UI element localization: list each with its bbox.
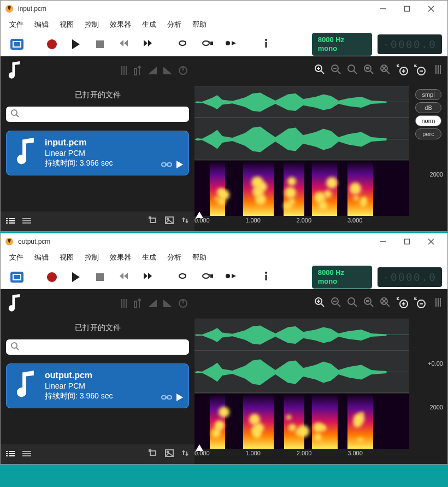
selection-tool-button[interactable]: [6, 268, 28, 286]
export-button[interactable]: [149, 216, 157, 226]
time-tick: 3.000: [347, 217, 363, 224]
range-select-icon[interactable]: [133, 65, 142, 78]
info-button[interactable]: [255, 268, 277, 286]
screenshot-button[interactable]: [165, 216, 174, 226]
time-tick: 1.000: [245, 450, 261, 456]
svg-point-63: [265, 272, 267, 274]
loop-button[interactable]: [172, 36, 194, 53]
scale-pill-norm[interactable]: norm: [415, 115, 441, 126]
scale-pill-perc[interactable]: perc: [415, 128, 441, 139]
menu-item[interactable]: 文件: [4, 250, 29, 265]
menu-item[interactable]: 控制: [79, 250, 104, 265]
info-button[interactable]: [255, 36, 277, 53]
titlebar[interactable]: output.pcm: [1, 233, 447, 250]
link-icon[interactable]: [161, 161, 172, 171]
menu-item[interactable]: 控制: [79, 17, 104, 32]
list-view-button[interactable]: [6, 449, 15, 459]
stop-button[interactable]: [89, 36, 111, 53]
selection-tool-button[interactable]: [6, 36, 28, 53]
knob-icon[interactable]: [178, 66, 188, 78]
link-icon[interactable]: [161, 394, 172, 403]
card-play-button[interactable]: [176, 161, 183, 171]
menu-item[interactable]: 编辑: [29, 250, 54, 265]
menu-item[interactable]: 分析: [162, 250, 187, 265]
forward-icon: [143, 39, 154, 50]
minimize-button[interactable]: [371, 234, 395, 249]
menu-item[interactable]: 生成: [137, 250, 162, 265]
compact-view-button[interactable]: [22, 449, 31, 459]
stop-icon: [96, 273, 104, 281]
minimize-button[interactable]: [371, 1, 395, 16]
record-button[interactable]: [41, 36, 63, 53]
compact-view-button[interactable]: [22, 216, 31, 226]
time-counter: -0000.0: [378, 34, 442, 54]
fast-forward-button[interactable]: [137, 36, 159, 53]
sample-rate-display: 8000 Hz mono: [312, 33, 372, 55]
bars-icon[interactable]: [120, 65, 128, 78]
play-button[interactable]: [65, 268, 87, 286]
channels-value: mono: [318, 44, 366, 53]
search-input[interactable]: [6, 339, 189, 355]
play-button[interactable]: [65, 36, 87, 53]
search-icon: [10, 342, 19, 353]
fade-out-icon[interactable]: [163, 66, 173, 77]
maximize-button[interactable]: [395, 234, 419, 249]
app-icon: [5, 4, 14, 13]
screenshot-button[interactable]: [165, 449, 174, 459]
bars-icon[interactable]: [120, 298, 128, 311]
maximize-button[interactable]: [395, 1, 419, 16]
loop-button[interactable]: [172, 268, 194, 286]
menu-item[interactable]: 帮助: [187, 17, 212, 32]
range-select-icon[interactable]: [133, 298, 142, 311]
forward-icon: [143, 272, 154, 283]
menu-item[interactable]: 生成: [137, 17, 162, 32]
loop-selection-button[interactable]: [196, 36, 218, 53]
fast-forward-button[interactable]: [137, 268, 159, 286]
waveform-main[interactable]: [194, 118, 409, 160]
waveform-main[interactable]: [194, 350, 409, 393]
rewind-button[interactable]: [113, 36, 135, 53]
rewind-button[interactable]: [113, 268, 135, 286]
loop-icon: [177, 272, 189, 283]
menu-item[interactable]: 视图: [54, 17, 79, 32]
stop-button[interactable]: [89, 268, 111, 286]
fade-in-icon[interactable]: [148, 66, 157, 77]
titlebar[interactable]: input.pcm: [1, 1, 447, 17]
time-tick: 1.000: [245, 217, 261, 224]
waveform-overview[interactable]: [194, 319, 409, 350]
export-button[interactable]: [149, 449, 157, 459]
close-button[interactable]: [419, 1, 443, 16]
fade-in-icon[interactable]: [148, 299, 157, 310]
sort-button[interactable]: [181, 449, 189, 459]
loop-selection-button[interactable]: [196, 268, 218, 286]
menu-item[interactable]: 效果器: [104, 250, 137, 265]
record-button[interactable]: [41, 268, 63, 286]
list-view-button[interactable]: [6, 216, 15, 226]
menu-item[interactable]: 分析: [162, 17, 187, 32]
menu-item[interactable]: 效果器: [104, 17, 137, 32]
svg-point-6: [226, 41, 230, 45]
stop-icon: [96, 40, 104, 48]
svg-rect-8: [266, 42, 267, 48]
menu-item[interactable]: 文件: [4, 17, 29, 32]
play-from-cursor-button[interactable]: [220, 268, 242, 286]
scale-pill-dB[interactable]: dB: [415, 102, 441, 113]
scale-pill-smpl[interactable]: smpl: [415, 89, 441, 100]
spectrogram[interactable]: [194, 161, 409, 216]
waveform-overview[interactable]: [194, 86, 409, 118]
menu-item[interactable]: 帮助: [187, 250, 212, 265]
sort-button[interactable]: [181, 216, 189, 226]
menu-item[interactable]: 编辑: [29, 17, 54, 32]
close-button[interactable]: [419, 234, 443, 249]
file-card[interactable]: input.pcm Linear PCM 持续时间: 3.966 sec: [6, 131, 189, 175]
search-input[interactable]: [6, 107, 189, 122]
card-play-button[interactable]: [176, 394, 183, 403]
svg-line-16: [16, 115, 19, 117]
file-format: Linear PCM: [45, 382, 113, 390]
play-from-cursor-button[interactable]: [220, 36, 242, 53]
spectrogram[interactable]: [194, 394, 409, 449]
fade-out-icon[interactable]: [163, 299, 173, 310]
menu-item[interactable]: 视图: [54, 250, 79, 265]
knob-icon[interactable]: [178, 298, 188, 310]
file-card[interactable]: output.pcm Linear PCM 持续时间: 3.960 sec: [6, 363, 189, 408]
